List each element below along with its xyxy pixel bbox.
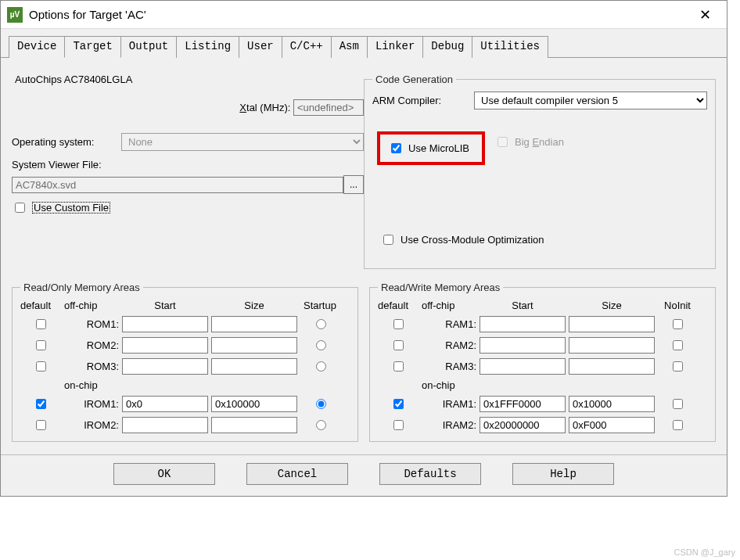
iram1-label: IRAM1: (422, 398, 476, 410)
ram3-noinit[interactable] (673, 361, 683, 372)
hdr-offchip2: off-chip (422, 300, 476, 311)
tab-device[interactable]: Device (9, 36, 65, 58)
iram1-default[interactable] (393, 399, 404, 409)
app-icon: µV (7, 7, 23, 23)
iram2-default[interactable] (393, 420, 404, 430)
rom3-size[interactable] (211, 358, 297, 375)
tab-linker[interactable]: Linker (367, 36, 423, 58)
hdr-startup: Startup (300, 300, 339, 311)
microlib-highlight: Use MicroLIB (377, 131, 485, 165)
rom1-label: ROM1: (64, 318, 119, 330)
tab-target[interactable]: Target (64, 36, 120, 58)
ram1-default[interactable] (393, 319, 404, 329)
os-select[interactable]: None (121, 133, 364, 151)
ram3-size[interactable] (569, 358, 655, 375)
iram1-noinit[interactable] (673, 399, 683, 409)
iram2-noinit[interactable] (673, 420, 683, 430)
hdr-noinit: NoInit (658, 300, 697, 311)
svf-input[interactable] (12, 177, 343, 193)
tab-user[interactable]: User (239, 36, 282, 58)
use-microlib-checkbox[interactable] (391, 143, 401, 153)
rom2-default[interactable] (36, 340, 46, 350)
iram1-size[interactable] (569, 396, 655, 412)
rom3-startup[interactable] (316, 361, 326, 372)
tab-output[interactable]: Output (120, 36, 177, 58)
ram2-size[interactable] (569, 337, 655, 354)
cancel-button[interactable]: Cancel (246, 463, 348, 485)
hdr-start: Start (122, 300, 208, 311)
tab-debug[interactable]: Debug (422, 36, 472, 58)
rom3-start[interactable] (122, 358, 208, 375)
ram1-start[interactable] (480, 316, 566, 332)
irom1-startup[interactable] (316, 399, 326, 409)
xtal-label: Xtal (MHz): (239, 102, 290, 113)
xtal-input[interactable] (293, 99, 364, 116)
ram2-default[interactable] (393, 340, 404, 350)
irom1-label: IROM1: (64, 398, 119, 410)
readonly-group: Read/Only Memory Areas default off-chip … (12, 282, 358, 442)
tab-body: AutoChips AC78406LGLA Xtal (MHz): Operat… (1, 58, 727, 454)
hdr-start2: Start (480, 300, 566, 311)
rom3-default[interactable] (36, 361, 46, 372)
tab-asm[interactable]: Asm (331, 36, 368, 58)
defaults-button[interactable]: Defaults (379, 463, 481, 485)
irom1-start[interactable] (122, 396, 208, 412)
use-microlib-label: Use MicroLIB (408, 142, 469, 154)
help-button[interactable]: Help (512, 463, 614, 485)
tabstrip: Device Target Output Listing User C/C++ … (1, 29, 727, 58)
hdr-default: default (20, 300, 61, 311)
rom2-start[interactable] (122, 337, 208, 354)
irom2-default[interactable] (36, 420, 46, 430)
use-custom-file-label: Use Custom File (32, 202, 110, 214)
iram2-size[interactable] (569, 417, 655, 433)
compiler-select[interactable]: Use default compiler version 5 (474, 92, 707, 109)
tab-cpp[interactable]: C/C++ (282, 36, 332, 58)
ram1-noinit[interactable] (673, 319, 683, 329)
tab-listing[interactable]: Listing (176, 36, 239, 58)
irom2-size[interactable] (211, 417, 297, 433)
hdr-size: Size (211, 300, 297, 311)
rom1-startup[interactable] (316, 319, 326, 329)
cross-module-checkbox[interactable] (383, 235, 393, 245)
watermark: CSDN @J_gary (674, 547, 735, 557)
hdr-size2: Size (569, 300, 655, 311)
readonly-legend: Read/Only Memory Areas (20, 282, 143, 293)
os-label: Operating system: (12, 136, 121, 148)
iram2-start[interactable] (480, 417, 566, 433)
rom1-size[interactable] (211, 316, 297, 332)
svf-browse-button[interactable]: ... (343, 175, 364, 194)
irom1-size[interactable] (211, 396, 297, 412)
close-icon[interactable]: ✕ (690, 3, 720, 27)
rom2-startup[interactable] (316, 340, 326, 350)
iram1-start[interactable] (480, 396, 566, 412)
ram1-size[interactable] (569, 316, 655, 332)
ram3-default[interactable] (393, 361, 404, 372)
use-custom-file-checkbox[interactable] (15, 203, 25, 213)
rom1-start[interactable] (122, 316, 208, 332)
ok-button[interactable]: OK (113, 463, 215, 485)
hdr-onchip-ro: on-chip (64, 379, 119, 391)
svf-label: System Viewer File: (12, 159, 364, 171)
titlebar: µV Options for Target 'AC' ✕ (1, 1, 727, 29)
compiler-label: ARM Compiler: (372, 95, 474, 106)
dialog-window: µV Options for Target 'AC' ✕ Device Targ… (0, 0, 727, 497)
irom1-default[interactable] (36, 399, 46, 409)
hdr-default2: default (378, 300, 418, 311)
ram3-start[interactable] (480, 358, 566, 375)
tab-utilities[interactable]: Utilities (472, 36, 548, 58)
rom2-size[interactable] (211, 337, 297, 354)
big-endian-label: Big Endian (515, 136, 564, 148)
ram2-noinit[interactable] (673, 340, 683, 350)
readwrite-group: Read/Write Memory Areas default off-chip… (369, 282, 716, 442)
device-name-label: AutoChips AC78406LGLA (15, 74, 364, 85)
iram2-label: IRAM2: (422, 419, 476, 431)
hdr-offchip: off-chip (64, 300, 119, 311)
rom1-default[interactable] (36, 319, 46, 329)
irom2-startup[interactable] (316, 420, 326, 430)
rom3-label: ROM3: (64, 361, 119, 372)
irom2-start[interactable] (122, 417, 208, 433)
rom2-label: ROM2: (64, 339, 119, 351)
codegen-legend: Code Generation (372, 74, 456, 85)
ram2-start[interactable] (480, 337, 566, 354)
button-bar: OK Cancel Defaults Help (1, 454, 727, 496)
